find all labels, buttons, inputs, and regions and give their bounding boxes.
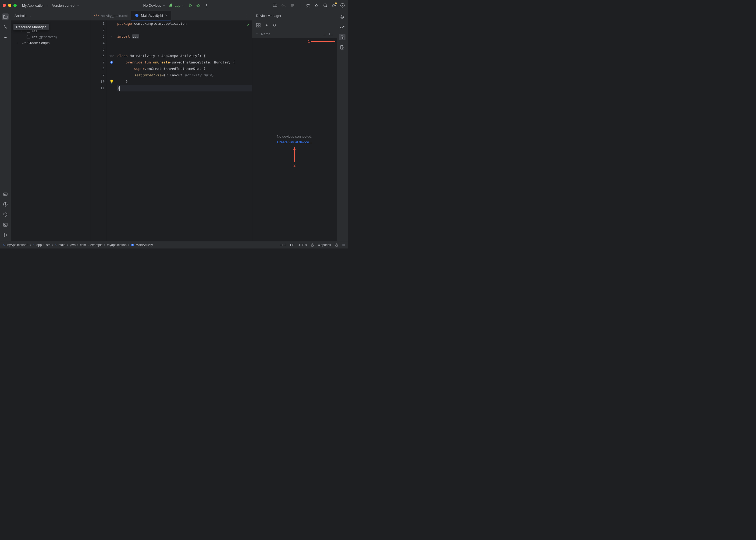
line-number: 9 bbox=[90, 72, 105, 78]
project-menu[interactable]: My Application bbox=[22, 4, 49, 8]
expand-chevron-icon[interactable]: › bbox=[17, 42, 20, 44]
settings-icon[interactable] bbox=[331, 3, 336, 8]
run-button[interactable] bbox=[188, 3, 193, 8]
search-icon[interactable] bbox=[323, 3, 328, 8]
close-window-icon[interactable] bbox=[3, 4, 6, 7]
account-icon[interactable] bbox=[340, 3, 345, 8]
vcs-menu[interactable]: Version control bbox=[52, 4, 79, 8]
crumb[interactable]: MainActivity bbox=[136, 243, 153, 247]
more-tools-icon[interactable]: ⋯ bbox=[2, 34, 9, 40]
svg-point-1 bbox=[282, 5, 283, 6]
line-number: 8 bbox=[90, 66, 105, 72]
zoom-window-icon[interactable] bbox=[13, 4, 17, 7]
code-content[interactable]: ✔ package com.example.myapplication impo… bbox=[116, 20, 252, 241]
tab-activity-main-xml[interactable]: </> activity_main.xml bbox=[90, 11, 131, 20]
crumb[interactable]: app bbox=[36, 243, 42, 247]
project-view-selector[interactable]: Android bbox=[11, 11, 90, 20]
svg-rect-25 bbox=[342, 37, 344, 39]
svg-point-8 bbox=[342, 4, 343, 6]
crumb[interactable]: myapplication bbox=[107, 243, 126, 247]
crumb[interactable]: src bbox=[46, 243, 50, 247]
fold-expand-icon[interactable]: › bbox=[107, 33, 116, 40]
inspection-ok-icon[interactable]: ✔ bbox=[247, 22, 249, 28]
intention-bulb-icon[interactable]: 💡 bbox=[107, 78, 116, 85]
crumb[interactable]: main bbox=[58, 243, 65, 247]
left-tool-strip: ⋯ bbox=[0, 11, 11, 241]
caret-position[interactable]: 11:2 bbox=[280, 243, 286, 247]
tab-label: activity_main.xml bbox=[101, 14, 127, 18]
logcat-tool-icon[interactable] bbox=[2, 191, 9, 198]
ai-icon[interactable]: A bbox=[281, 3, 286, 8]
gradle-tool-icon[interactable] bbox=[339, 24, 345, 30]
tree-item-res-generated[interactable]: res (generated) bbox=[11, 34, 90, 40]
col-type[interactable]: T... bbox=[328, 32, 333, 36]
crumb[interactable]: com bbox=[80, 243, 86, 247]
app-quality-icon[interactable] bbox=[314, 3, 319, 8]
svg-text:A: A bbox=[284, 4, 286, 7]
line-separator[interactable]: LF bbox=[290, 243, 294, 247]
readonly-lock-icon[interactable] bbox=[335, 243, 338, 247]
device-selector[interactable]: No Devices bbox=[143, 4, 165, 8]
editor-tabs: </> activity_main.xml C MainActivity.kt … bbox=[90, 11, 252, 20]
create-virtual-device-link[interactable]: Create virtual device... bbox=[277, 140, 312, 144]
xml-tag-gutter-icon[interactable]: </> bbox=[107, 53, 116, 59]
vcs-tool-icon[interactable] bbox=[2, 232, 9, 238]
project-view-label: Android bbox=[15, 14, 27, 18]
override-gutter-icon[interactable] bbox=[107, 59, 116, 66]
app-inspection-tool-icon[interactable] bbox=[2, 211, 9, 218]
tab-main-activity-kt[interactable]: C MainActivity.kt × bbox=[131, 11, 171, 20]
tab-label: MainActivity.kt bbox=[141, 13, 163, 18]
debug-button[interactable] bbox=[196, 3, 201, 8]
crumb[interactable]: java bbox=[69, 243, 75, 247]
gutter-icons: › </> 💡 bbox=[107, 20, 116, 241]
running-devices-tool-icon[interactable] bbox=[339, 44, 345, 51]
device-selector-label: No Devices bbox=[143, 4, 161, 8]
titlebar: My Application Version control No Device… bbox=[0, 0, 348, 11]
col-name[interactable]: Name bbox=[261, 32, 271, 36]
svg-rect-31 bbox=[335, 245, 338, 246]
device-groups-icon[interactable] bbox=[256, 23, 261, 28]
sort-arrow-icon[interactable]: ⌃ bbox=[256, 32, 258, 36]
svg-text:C: C bbox=[136, 14, 138, 17]
tabs-more-icon[interactable]: ⋮ bbox=[242, 14, 252, 18]
bug-report-icon[interactable] bbox=[306, 3, 311, 8]
add-device-icon[interactable]: ＋ bbox=[264, 23, 269, 28]
indent-setting[interactable]: 4 spaces bbox=[318, 243, 331, 247]
col-more[interactable]: ... bbox=[323, 32, 326, 36]
minimize-window-icon[interactable] bbox=[8, 4, 11, 7]
terminal-tool-icon[interactable] bbox=[2, 221, 9, 228]
crumb[interactable]: MyApplication2 bbox=[6, 243, 28, 247]
breadcrumbs[interactable]: ◇ MyApplication2 › ◇ app › src › ◇ main … bbox=[3, 243, 153, 247]
notifications-tool-icon[interactable] bbox=[339, 13, 345, 20]
wifi-pair-icon[interactable] bbox=[272, 23, 277, 28]
run-config[interactable]: app bbox=[169, 3, 185, 8]
readonly-toggle-icon[interactable] bbox=[311, 243, 314, 247]
close-tab-icon[interactable]: × bbox=[165, 13, 167, 18]
project-tool-icon[interactable] bbox=[2, 13, 9, 20]
crumb[interactable]: example bbox=[90, 243, 102, 247]
device-manager-panel: Device Manager ＋ ⌃ Name ... T... 1 No de… bbox=[252, 11, 337, 241]
updates-icon[interactable] bbox=[290, 3, 295, 8]
module-icon: ◇ bbox=[33, 243, 35, 246]
line-number: 11 bbox=[90, 85, 105, 91]
arrow-up-icon bbox=[294, 147, 295, 162]
right-tool-strip bbox=[337, 11, 348, 241]
kotlin-class-icon: C bbox=[131, 243, 134, 247]
code-editor[interactable]: 1 2 3 4 5 6 7 8 9 10 11 › </> bbox=[90, 20, 252, 241]
chevron-down-icon bbox=[29, 14, 32, 18]
resource-manager-tool-icon[interactable] bbox=[2, 24, 9, 30]
file-encoding[interactable]: UTF-8 bbox=[298, 243, 307, 247]
device-manager-title: Device Manager bbox=[252, 11, 337, 20]
code-with-me-icon[interactable] bbox=[273, 3, 278, 8]
xml-file-icon: </> bbox=[94, 14, 99, 18]
device-manager-tool-icon[interactable] bbox=[339, 34, 345, 40]
status-dot-icon[interactable] bbox=[342, 244, 345, 246]
module-icon: ◇ bbox=[55, 243, 57, 246]
res-gen-folder-icon bbox=[26, 35, 31, 39]
kotlin-class-icon: C bbox=[135, 13, 139, 17]
more-actions-icon[interactable]: ⋮ bbox=[204, 3, 209, 8]
tree-item-gradle[interactable]: › Gradle Scripts bbox=[11, 40, 90, 46]
problems-tool-icon[interactable] bbox=[2, 201, 9, 207]
svg-rect-20 bbox=[256, 23, 258, 25]
line-number: 10 bbox=[90, 78, 105, 85]
